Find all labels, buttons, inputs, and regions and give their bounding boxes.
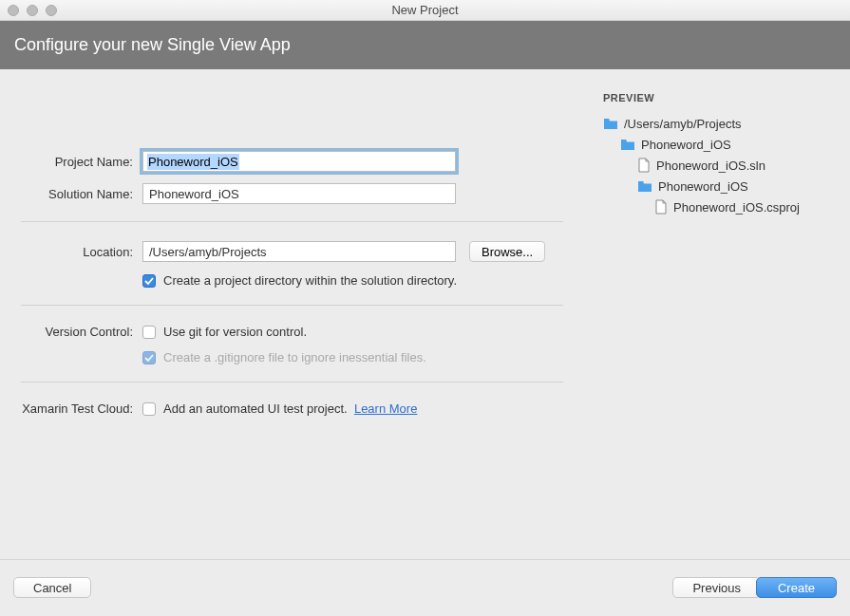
solution-name-field[interactable]: [142, 183, 456, 204]
learn-more-link[interactable]: Learn More: [354, 401, 417, 416]
file-icon: [654, 199, 668, 215]
preview-heading: PREVIEW: [601, 88, 841, 113]
location-field[interactable]: [142, 241, 456, 262]
location-label: Location:: [0, 245, 142, 259]
tree-file: Phoneword_iOS.sln: [601, 155, 841, 176]
version-control-label: Version Control:: [0, 325, 142, 339]
gitignore-checkbox: [142, 351, 156, 364]
browse-button[interactable]: Browse...: [469, 241, 545, 262]
add-test-checkbox[interactable]: [142, 402, 156, 416]
divider: [21, 305, 563, 306]
folder-icon: [620, 138, 635, 151]
footer: Cancel Previous Create: [0, 559, 850, 614]
divider: [21, 382, 563, 383]
use-git-checkbox[interactable]: [142, 326, 156, 339]
wizard-title: Configure your new Single View App: [14, 35, 291, 55]
add-test-label: Add an automated UI test project.: [163, 401, 348, 416]
create-dir-checkbox[interactable]: [142, 274, 156, 288]
tree-folder: Phoneword_iOS: [601, 134, 841, 155]
project-name-label: Project Name:: [0, 155, 142, 169]
wizard-header: Configure your new Single View App: [0, 21, 850, 69]
create-button[interactable]: Create: [756, 577, 837, 598]
gitignore-label: Create a .gitignore file to ignore iness…: [163, 350, 426, 364]
project-name-selected-text: Phoneword_iOS: [147, 154, 239, 170]
preview-tree: /Users/amyb/Projects Phoneword_iOS Phone…: [601, 113, 841, 217]
project-name-field[interactable]: Phoneword_iOS: [142, 151, 456, 172]
test-cloud-label: Xamarin Test Cloud:: [0, 401, 142, 416]
divider: [21, 221, 563, 222]
previous-button[interactable]: Previous: [672, 577, 761, 598]
tree-file: Phoneword_iOS.csproj: [601, 196, 841, 217]
preview-panel: PREVIEW /Users/amyb/Projects Phoneword_i…: [592, 69, 850, 559]
tree-folder: /Users/amyb/Projects: [601, 113, 841, 134]
folder-icon: [603, 117, 618, 130]
window-title: New Project: [0, 3, 850, 17]
cancel-button[interactable]: Cancel: [13, 577, 91, 598]
file-icon: [637, 158, 651, 173]
solution-name-label: Solution Name:: [0, 187, 142, 201]
create-dir-label: Create a project directory within the so…: [163, 273, 457, 288]
folder-icon: [637, 179, 652, 193]
titlebar: New Project: [0, 0, 850, 21]
tree-folder: Phoneword_iOS: [601, 176, 841, 196]
use-git-label: Use git for version control.: [163, 325, 307, 339]
